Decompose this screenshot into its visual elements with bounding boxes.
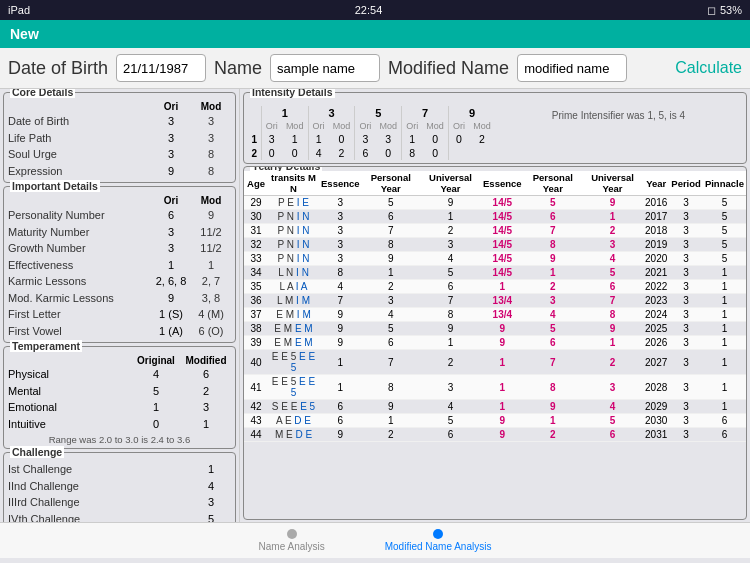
temp-ori-header: Original [131, 355, 181, 366]
yearly-table-cell: 38 [244, 322, 268, 336]
bottom-tabs: Name Analysis Modified Name Analysis [0, 522, 750, 558]
yearly-table-cell: 14/5 [481, 196, 524, 210]
yearly-table-cell: 2021 [643, 266, 669, 280]
yearly-table-cell: P E I E [268, 196, 319, 210]
challenge-data-row: Ist Challenge1 [8, 461, 231, 478]
yearly-table-cell: 9 [481, 428, 524, 442]
core-data-row: Date of Birth33 [8, 113, 231, 130]
yearly-table-cell: 2020 [643, 252, 669, 266]
calculate-button[interactable]: Calculate [675, 59, 742, 77]
yearly-table-cell: 33 [244, 252, 268, 266]
yearly-table-cell: 5 [703, 210, 746, 224]
yearly-table-cell: 5 [703, 224, 746, 238]
yearly-table-cell: 1 [703, 266, 746, 280]
yearly-table-row: 35L A I A426126202231 [244, 280, 746, 294]
dob-input[interactable] [116, 54, 206, 82]
yearly-table-cell: 4 [524, 308, 582, 322]
right-column: Intensity Details 13579OriModOriModOriMo… [240, 89, 750, 522]
yearly-table-cell: 2024 [643, 308, 669, 322]
yearly-table-cell: 3 [669, 308, 703, 322]
yearly-table-cell: 1 [703, 294, 746, 308]
yearly-table-cell: 5 [582, 414, 643, 428]
core-details-section: Core Details Ori Mod Date of Birth33Life… [3, 92, 236, 183]
mod-name-label: Modified Name [388, 58, 509, 79]
tab-name-analysis-label: Name Analysis [259, 541, 325, 552]
dob-label: Date of Birth [8, 58, 108, 79]
yearly-table-cell: 1 [319, 350, 362, 375]
yearly-table-cell: 2029 [643, 400, 669, 414]
device-label: iPad [8, 4, 30, 16]
challenge-data-row: IVth Challenge5 [8, 511, 231, 523]
yearly-table-cell: 8 [362, 375, 420, 400]
name-input[interactable] [270, 54, 380, 82]
yearly-table-cell: E M E M [268, 336, 319, 350]
yearly-table-row: 33P N I N39414/594202035 [244, 252, 746, 266]
yearly-table-row: 38E M E M959959202531 [244, 322, 746, 336]
yearly-table-cell: 2 [524, 280, 582, 294]
yearly-header-col: Essence [481, 171, 524, 196]
yearly-table-row: 39E M E M961961202631 [244, 336, 746, 350]
yearly-table-cell: 5 [362, 196, 420, 210]
mod-name-input[interactable] [517, 54, 627, 82]
important-data-row: Maturity Number311/2 [8, 224, 231, 241]
important-data-row: Karmic Lessons2, 6, 82, 7 [8, 273, 231, 290]
yearly-table-cell: 6 [703, 428, 746, 442]
left-column: Core Details Ori Mod Date of Birth33Life… [0, 89, 240, 522]
core-mod-header: Mod [191, 101, 231, 112]
yearly-table-cell: 7 [524, 350, 582, 375]
important-data-row: Mod. Karmic Lessons93, 8 [8, 290, 231, 307]
yearly-table-cell: 41 [244, 375, 268, 400]
yearly-table-cell: 2019 [643, 238, 669, 252]
yearly-table-cell: 3 [669, 224, 703, 238]
yearly-table-cell: 7 [420, 294, 481, 308]
yearly-table-cell: 1 [703, 280, 746, 294]
yearly-table-cell: 14/5 [481, 252, 524, 266]
yearly-table-cell: 1 [703, 400, 746, 414]
yearly-table-row: 34L N I N81514/515202131 [244, 266, 746, 280]
yearly-table-cell: 1 [703, 375, 746, 400]
yearly-table-cell: 2 [420, 224, 481, 238]
yearly-table-cell: 3 [319, 210, 362, 224]
yearly-table-cell: 6 [319, 414, 362, 428]
yearly-table-cell: 30 [244, 210, 268, 224]
yearly-table-row: 30P N I N36114/561201735 [244, 210, 746, 224]
yearly-table-cell: 3 [582, 375, 643, 400]
yearly-table-row: 37E M I M94813/448202431 [244, 308, 746, 322]
temperament-data-row: Physical46 [8, 366, 231, 383]
yearly-table-cell: E E 5 E E 5 [268, 375, 319, 400]
yearly-table-cell: 7 [582, 294, 643, 308]
yearly-table-cell: 9 [582, 322, 643, 336]
yearly-table-cell: 1 [524, 414, 582, 428]
imp-ori-header: Ori [151, 195, 191, 206]
yearly-table-cell: 2 [362, 280, 420, 294]
yearly-table-cell: 9 [524, 400, 582, 414]
yearly-table-cell: 6 [362, 210, 420, 224]
yearly-table-cell: 4 [420, 252, 481, 266]
status-right: ◻ 53% [707, 4, 742, 17]
challenge-section: Challenge Ist Challenge1IInd Challenge4I… [3, 452, 236, 522]
yearly-table-cell: 4 [420, 400, 481, 414]
tab-modified-name-analysis[interactable]: Modified Name Analysis [385, 529, 492, 552]
main-columns: Core Details Ori Mod Date of Birth33Life… [0, 89, 750, 522]
temperament-data-row: Intuitive01 [8, 416, 231, 433]
yearly-table-cell: 8 [319, 266, 362, 280]
core-ori-header: Ori [151, 101, 191, 112]
tab-name-analysis[interactable]: Name Analysis [259, 529, 325, 552]
yearly-table-cell: 14/5 [481, 224, 524, 238]
yearly-table-cell: L A I A [268, 280, 319, 294]
yearly-table-cell: 1 [420, 336, 481, 350]
intensity-num-header: 9 [449, 106, 495, 120]
yearly-table-cell: 1 [703, 308, 746, 322]
yearly-table-cell: 1 [319, 375, 362, 400]
yearly-header-col: transits M N [268, 171, 319, 196]
yearly-table-cell: S E E E 5 [268, 400, 319, 414]
yearly-table-cell: 7 [362, 350, 420, 375]
yearly-table-cell: 7 [319, 294, 362, 308]
yearly-table-cell: A E D E [268, 414, 319, 428]
yearly-table-cell: 2022 [643, 280, 669, 294]
yearly-table-cell: 9 [582, 196, 643, 210]
temp-mod-header: Modified [181, 355, 231, 366]
yearly-table-cell: 3 [669, 210, 703, 224]
yearly-table-cell: 2031 [643, 428, 669, 442]
yearly-table-cell: 5 [420, 414, 481, 428]
